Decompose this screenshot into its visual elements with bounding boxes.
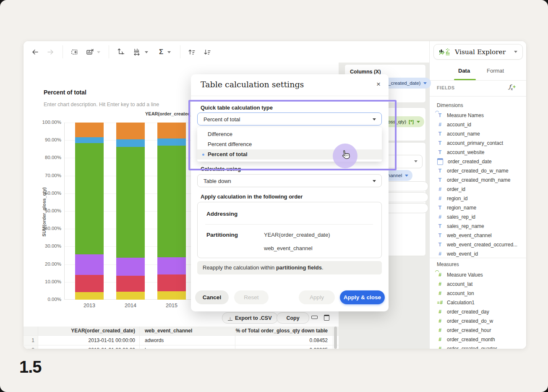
measure-account-lon[interactable]: #account_lon: [430, 289, 520, 298]
text-icon: T: [437, 168, 443, 174]
tab-data[interactable]: Data: [458, 68, 470, 74]
segment-orange[interactable]: [157, 123, 186, 139]
addressing-label: Addressing: [206, 211, 237, 217]
number-icon: #: [437, 290, 443, 296]
pill-caret-icon: [405, 175, 408, 177]
stacked-bar-2014[interactable]: [116, 123, 145, 300]
dimension-sales-rep-name[interactable]: Tsales_rep_name: [430, 222, 520, 231]
fx-plus-icon[interactable]: ƒx+: [509, 84, 516, 91]
segment-green[interactable]: [116, 147, 145, 258]
x-tick-label: 2014: [116, 303, 145, 308]
segment-red[interactable]: [75, 275, 104, 293]
divider: [191, 96, 389, 96]
segment-blue[interactable]: [157, 139, 186, 146]
dimension-web-event-channel[interactable]: Tweb_event_channel: [430, 231, 520, 240]
dimension-account-name[interactable]: Taccount_name: [430, 129, 520, 139]
measure-order-created-hour[interactable]: #order_created_hour: [430, 326, 520, 335]
measure-calculation1[interactable]: =#Calculation1: [430, 298, 520, 307]
dimension-region-name[interactable]: Tregion_name: [430, 203, 520, 212]
segment-blue[interactable]: [75, 137, 104, 143]
segment-blue[interactable]: [116, 139, 145, 147]
dimension-region-id[interactable]: #region_id: [430, 194, 520, 203]
segment-purple[interactable]: [116, 258, 145, 276]
apply-and-close-button[interactable]: Apply & close: [340, 290, 385, 304]
toolbar-separator: [109, 45, 109, 58]
chart-type-icon[interactable]: [132, 47, 143, 57]
dimension-order-created-date[interactable]: order_created_date: [430, 157, 520, 166]
tab-format[interactable]: Format: [487, 68, 504, 74]
partitioning-field: YEAR(order_created_date): [264, 232, 330, 238]
menu-option-difference[interactable]: Difference: [197, 129, 382, 139]
x-tick-label: 2015: [157, 303, 186, 308]
segment-yellow[interactable]: [157, 291, 186, 300]
stacked-bar-2013[interactable]: [75, 123, 104, 300]
text-icon: T: [437, 205, 443, 211]
measure-measure-values[interactable]: ◠#Measure Values: [430, 270, 520, 280]
segment-purple[interactable]: [157, 257, 186, 274]
text-icon: T: [437, 140, 443, 146]
column-header[interactable]: web_event_channel: [140, 327, 235, 335]
segment-red[interactable]: [116, 276, 145, 292]
copy-button[interactable]: Copy: [277, 312, 309, 324]
export-csv-button[interactable]: ↓ Export to .CSV: [222, 312, 278, 324]
dimension-sales-rep-id[interactable]: #sales_rep_id: [430, 212, 520, 222]
table-header-row: YEAR(order_created_date)web_event_channe…: [23, 327, 339, 336]
table-row[interactable]: 22013-01-01 00:00:00banner0.03065: [23, 345, 339, 349]
chart-description-placeholder[interactable]: Enter chart description. Hit Enter key t…: [44, 102, 159, 107]
segment-purple[interactable]: [75, 254, 104, 274]
back-icon[interactable]: [30, 47, 41, 57]
segment-yellow[interactable]: [75, 292, 104, 300]
results-pane: ↓ Export to .CSV Copy YEAR(order_created…: [23, 310, 339, 349]
caret-down-icon[interactable]: [144, 47, 149, 57]
aggregate-sigma-icon[interactable]: Σ: [156, 47, 167, 57]
reset-button[interactable]: Reset: [234, 290, 269, 304]
explorer-switcher[interactable]: Visual Explorer: [433, 44, 523, 60]
text-icon: T: [437, 223, 443, 229]
dimension-order-id[interactable]: #order_id: [430, 185, 520, 194]
close-icon[interactable]: ×: [376, 80, 381, 89]
minimize-results-icon[interactable]: [311, 316, 318, 319]
forward-icon[interactable]: [45, 47, 56, 57]
dimension-account-id[interactable]: #account_id: [430, 120, 520, 129]
segment-orange[interactable]: [75, 123, 104, 137]
dimension-order-created-month-name[interactable]: Torder_created_month_name: [430, 175, 520, 185]
dimension-order-created-do-w-name[interactable]: Torder_created_do_w_name: [430, 166, 520, 175]
segment-yellow[interactable]: [116, 292, 145, 300]
number-icon: #: [437, 251, 443, 257]
column-header[interactable]: YEAR(order_created_date): [38, 327, 140, 335]
delete-chart-icon[interactable]: [85, 47, 96, 57]
quick-calc-label: Quick table calculation type: [201, 105, 273, 111]
apply-button[interactable]: Apply: [299, 290, 335, 304]
segment-orange[interactable]: [116, 123, 145, 139]
quick-calc-select[interactable]: Percent of total: [197, 112, 382, 125]
dimension-web-event-id[interactable]: #web_event_id: [430, 249, 520, 259]
results-scrollbar[interactable]: [334, 327, 337, 349]
measure-order-created-quarter[interactable]: #order_created_quarter: [430, 344, 520, 349]
text-icon: T: [437, 149, 443, 155]
caret-down-icon[interactable]: [96, 47, 102, 57]
hand-cursor-icon: [339, 148, 352, 162]
table-row[interactable]: 12013-01-01 00:00:00adwords0.08452: [23, 336, 339, 345]
measure-account-lat[interactable]: #account_lat: [430, 280, 520, 289]
segment-green[interactable]: [75, 143, 104, 255]
maximize-results-icon[interactable]: [324, 315, 329, 321]
dimension-account-website[interactable]: Taccount_website: [430, 148, 520, 157]
cancel-button[interactable]: Cancel: [195, 290, 229, 304]
measure-order-created-month[interactable]: #order_created_month: [430, 335, 520, 344]
swap-axes-icon[interactable]: [115, 47, 126, 57]
duplicate-chart-icon[interactable]: [70, 47, 81, 57]
segment-red[interactable]: [157, 274, 186, 292]
sort-descending-icon[interactable]: [202, 47, 213, 57]
dimension-account-primary-contact[interactable]: Taccount_primary_contact: [430, 139, 520, 148]
sort-ascending-icon[interactable]: [186, 47, 197, 57]
stacked-bar-2015[interactable]: [157, 123, 186, 300]
calculate-using-select[interactable]: Table down: [197, 174, 382, 187]
dimension-measure-names[interactable]: ◠TMeasure Names: [430, 111, 520, 120]
y-tick-label: 30.00%: [37, 243, 61, 248]
measure-order-created-do-w[interactable]: #order_created_do_w: [430, 316, 520, 326]
caret-down-icon[interactable]: [166, 47, 172, 57]
segment-green[interactable]: [157, 146, 186, 257]
column-header[interactable]: % of Total order_gloss_qty down table: [235, 327, 333, 335]
measure-order-created-day[interactable]: #order_created_day: [430, 307, 520, 316]
dimension-web-event-created-occurred-[interactable]: Tweb_event_created_occurred...: [430, 240, 520, 249]
